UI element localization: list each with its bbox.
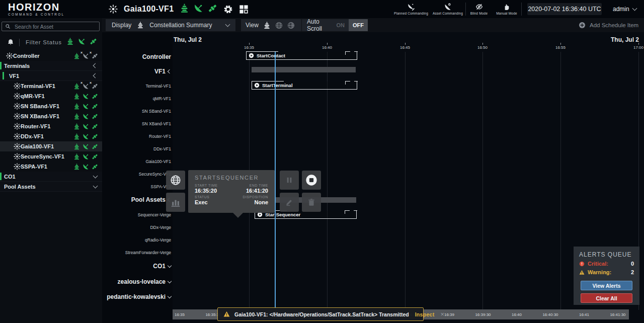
mode-button-asset-commanding[interactable]: Asset Commanding xyxy=(430,2,465,17)
planned-commanding-icon xyxy=(408,3,415,11)
pause-item-button[interactable] xyxy=(280,171,299,190)
status-icons xyxy=(73,93,98,100)
sidebar-item-label: Controller xyxy=(13,53,73,59)
toast-inspect-button[interactable]: Inspect xyxy=(415,311,435,317)
end-time-label: END TIME xyxy=(231,184,268,187)
sidebar-item-gaia100-vf1[interactable]: Gaia100-VF1 xyxy=(0,141,102,151)
satellite-link-icon xyxy=(92,93,98,100)
chevron-down-icon[interactable] xyxy=(168,279,172,283)
user-name: admin xyxy=(613,6,629,13)
ground-dish-icon xyxy=(194,4,203,13)
schedule-bar-startcontact[interactable]: StartContact xyxy=(246,52,357,60)
sidebar-item-label: SN SBand-VF1 xyxy=(21,103,73,109)
sidebar-item-label: Gaia100-VF1 xyxy=(21,143,73,149)
sidebar-item-pool-assets[interactable]: Pool Assets xyxy=(0,182,102,192)
critical-label: Critical: xyxy=(588,261,608,267)
sidebar-item-sn-xband-vf1[interactable]: SN XBand-VF1 xyxy=(0,111,102,121)
sidebar-item-terminals[interactable]: Terminals xyxy=(0,61,102,71)
schedule-bar-label: StartTerminal xyxy=(262,83,293,88)
sidebar-item-label: SN XBand-VF1 xyxy=(21,113,73,119)
filter-status-row: Filter Status xyxy=(0,34,102,50)
bell-icon[interactable] xyxy=(7,39,14,46)
asset-burst-icon xyxy=(6,52,13,59)
display-label: Display xyxy=(112,22,131,29)
satellite-link-icon xyxy=(90,38,97,45)
auto-scroll-toggle: Auto Scroll ON OFF xyxy=(302,19,368,31)
ground-dish-icon xyxy=(83,123,89,130)
satellite-link-icon xyxy=(208,4,217,13)
sidebar-item-ddx-vf1[interactable]: DDx-VF1 xyxy=(0,131,102,141)
start-time-label: START TIME xyxy=(195,184,231,187)
autoscroll-on-button[interactable]: ON xyxy=(333,19,349,31)
autoscroll-off-button[interactable]: OFF xyxy=(349,19,368,31)
sidebar-item-label: DDx-VF1 xyxy=(21,133,73,139)
settings-gear-icon[interactable] xyxy=(223,5,233,14)
add-schedule-item-button[interactable]: Add Schedule Item xyxy=(579,19,638,31)
ground-dish-icon xyxy=(83,153,89,160)
mode-button-blind-mode[interactable]: Blind Mode xyxy=(466,2,492,17)
sidebar-item-sspa-vf1[interactable]: SSPA-VF1 xyxy=(0,162,102,172)
critical-icon xyxy=(579,261,585,267)
utc-clock[interactable]: 2020-07-02 16:36:40 UTC xyxy=(527,3,602,15)
timeline-toolbar: Display Constellation Summary View Auto … xyxy=(102,18,644,32)
tick-mark xyxy=(249,43,250,45)
sidebar-item-vf1[interactable]: VF1 xyxy=(0,71,102,81)
sidebar-item-controller[interactable]: Controller×× xyxy=(0,51,102,61)
view-globe-split-icon[interactable] xyxy=(287,22,295,29)
asset-stack-icon xyxy=(73,143,80,150)
view-stack-icon[interactable] xyxy=(263,22,271,29)
satellite-link-icon: × xyxy=(92,53,98,59)
filter-status-icons[interactable] xyxy=(66,38,102,47)
schedule-span-bar xyxy=(252,67,356,72)
satellite-link-icon xyxy=(92,103,98,110)
user-menu[interactable]: admin xyxy=(613,3,636,15)
sidebar-item-qmr-vf1[interactable]: qMR-VF1 xyxy=(0,91,102,101)
sidebar-item-label: Router-VF1 xyxy=(21,123,73,129)
chevron-left-icon[interactable] xyxy=(168,69,172,73)
delete-item-button[interactable] xyxy=(302,193,321,212)
sidebar-item-router-vf1[interactable]: Router-VF1 xyxy=(0,121,102,131)
mode-button-planned-commanding[interactable]: Planned Commanding xyxy=(392,2,430,17)
chevron-down-icon[interactable] xyxy=(168,263,172,267)
clear-alerts-button[interactable]: Clear All xyxy=(581,293,632,303)
display-selector[interactable]: Display Constellation Summary xyxy=(106,19,235,31)
toast-close-icon[interactable]: × xyxy=(441,310,445,318)
offline-x-mark: × xyxy=(90,51,92,54)
status-icons xyxy=(66,38,97,45)
row-label-text: Gaia100-VF1 xyxy=(145,159,171,164)
chevron-down-icon xyxy=(225,22,230,27)
alert-toast[interactable]: Gaia100-VF1: </Hardware/Operations/SatTr… xyxy=(217,307,424,321)
trash-icon xyxy=(307,198,315,206)
asset-search-box[interactable] xyxy=(2,22,100,31)
sidebar-item-terminal-vf1[interactable]: Terminal-VF1×× xyxy=(0,81,102,91)
sidebar-item-securesync-vf1[interactable]: SecureSync-VF1 xyxy=(0,151,102,162)
row-label-text: VF1 xyxy=(154,68,166,75)
green-accent-bar xyxy=(0,173,2,180)
asset-stack-icon xyxy=(66,38,74,45)
telemetry-chart-button[interactable] xyxy=(166,193,185,212)
tick-label: 16:40 xyxy=(316,45,338,50)
view-alerts-button[interactable]: View Alerts xyxy=(581,281,632,290)
layout-grid-icon[interactable] xyxy=(239,5,249,14)
chevron-down-icon[interactable] xyxy=(168,294,172,298)
status-icons xyxy=(180,4,217,13)
ground-dish-icon: × xyxy=(83,53,89,59)
stop-item-button[interactable] xyxy=(302,171,321,190)
offline-x-mark: × xyxy=(80,81,83,85)
edit-item-button[interactable] xyxy=(280,193,299,212)
play-icon xyxy=(249,53,254,58)
sidebar-item-sn-sband-vf1[interactable]: SN SBand-VF1 xyxy=(0,101,102,111)
tick-label: 17:00 xyxy=(627,45,644,50)
tick-mark xyxy=(327,43,328,45)
asset-commanding-icon xyxy=(444,3,452,11)
schedule-bar-startterminal[interactable]: StartTerminal xyxy=(252,82,357,90)
mode-button-manual-mode[interactable]: Manual Mode xyxy=(492,2,521,17)
ground-track-button[interactable] xyxy=(166,171,185,190)
search-input[interactable] xyxy=(14,23,96,30)
view-globe-icon[interactable] xyxy=(275,22,283,29)
view-label: View xyxy=(246,22,259,29)
search-icon xyxy=(5,24,11,29)
sidebar-item-co1[interactable]: CO1 xyxy=(0,172,102,182)
asset-burst-icon xyxy=(14,113,21,120)
asset-stack-icon xyxy=(73,153,80,160)
